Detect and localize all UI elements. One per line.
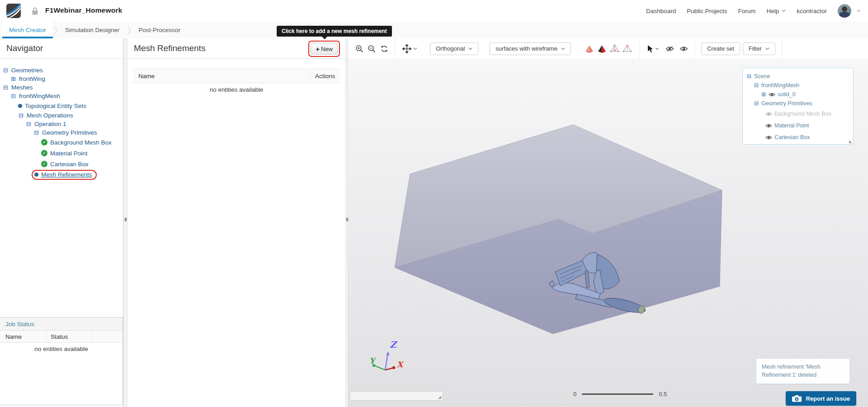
viewport: Orthogonal surfaces with wireframe — [348, 38, 868, 407]
show-selection-icon[interactable] — [679, 46, 688, 52]
navigator-item-meshes[interactable]: ⊟Meshes — [0, 83, 123, 92]
resize-handle-icon[interactable]: ◢ — [849, 139, 852, 144]
collapse-icon[interactable]: ⊟ — [10, 93, 16, 99]
navigator-item-material-point[interactable]: ✓Material Point — [0, 148, 123, 159]
nav-public-projects[interactable]: Public Projects — [687, 8, 727, 14]
job-status-panel: Job Status Name Status no entities avail… — [0, 317, 123, 405]
collapse-icon[interactable]: ⊟ — [754, 83, 759, 88]
scene-item-cartesian-box[interactable]: Cartesian Box — [745, 131, 850, 143]
navigator-item-label: Geometries — [11, 67, 43, 74]
navigator-item-label: Topological Entity Sets — [25, 103, 86, 109]
navigator-item-label: Operation 1 — [34, 121, 66, 127]
top-navigation: Dashboard Public Projects Forum Help kco… — [646, 0, 861, 22]
expand-icon[interactable]: ⊞ — [761, 92, 766, 97]
scene-item-frontwingmesh[interactable]: ⊟frontWingMesh — [745, 81, 850, 90]
eye-icon — [769, 92, 775, 97]
mesh-wireframe-node-icon[interactable] — [623, 44, 632, 53]
viewport-canvas[interactable]: Z Y X ⊟Scene⊟frontWingMesh⊞solid_0⊟Geome… — [348, 59, 868, 407]
axis-triad: Z Y X — [369, 339, 404, 370]
select-cursor-icon[interactable] — [647, 45, 653, 53]
navigator-item-label: Background Mesh Box — [50, 139, 112, 146]
collapse-icon[interactable]: ⊟ — [3, 67, 9, 73]
visibility-eye-icon[interactable] — [769, 92, 775, 97]
scene-item-label: Geometry Primitives — [761, 100, 812, 107]
refresh-icon[interactable] — [380, 45, 388, 53]
background-mesh-box[interactable] — [395, 125, 722, 334]
navigator-item-background-mesh-box[interactable]: ✓Background Mesh Box — [0, 137, 123, 148]
collapse-icon[interactable]: ⊟ — [754, 101, 759, 106]
collapse-icon[interactable]: ⊟ — [33, 130, 39, 136]
splitter-navigator[interactable]: ‖ — [123, 38, 127, 407]
navigator-item-geometries[interactable]: ⊟Geometries — [0, 66, 123, 75]
navigator-item-operation-1[interactable]: ⊟Operation 1 — [0, 120, 123, 128]
axis-z-label: Z — [390, 339, 398, 350]
create-set-button[interactable]: Create set — [701, 42, 740, 55]
tab-separator-icon — [127, 22, 132, 38]
new-button-highlight-ring: + New — [308, 41, 340, 57]
scene-item-background-mesh-box[interactable]: Background Mesh Box — [745, 108, 850, 120]
render-mode-dropdown[interactable]: surfaces with wireframe — [490, 42, 571, 55]
visibility-eye-icon[interactable] — [765, 123, 772, 128]
scale-line — [582, 393, 653, 395]
pan-options-chevron-icon[interactable] — [413, 47, 417, 50]
scene-item-solid-0[interactable]: ⊞solid_0 — [745, 90, 850, 99]
navigator-item-cartesian-box[interactable]: ✓Cartesian Box — [0, 159, 123, 169]
report-issue-button[interactable]: Report an issue — [786, 391, 856, 406]
zoom-in-icon[interactable] — [355, 45, 363, 53]
user-avatar[interactable] — [838, 4, 851, 18]
chevron-down-icon — [765, 47, 769, 50]
collapse-icon[interactable]: ⊟ — [3, 84, 9, 90]
collapse-icon[interactable]: ⊟ — [746, 74, 752, 79]
project-title: F1Webinar_Homework — [45, 6, 122, 14]
pan-move-icon[interactable] — [402, 44, 411, 53]
splitter-grip-icon: ‖ — [124, 217, 127, 222]
navigator-item-label: Geometry Primitives — [42, 129, 97, 136]
mesh-quality-clip-icon[interactable] — [597, 44, 607, 53]
navigator-item-mesh-operations[interactable]: ⊟Mesh Operations — [0, 111, 123, 120]
job-status-header-row: Name Status — [0, 331, 123, 343]
filter-dropdown[interactable]: Filter — [743, 42, 775, 55]
hide-selection-icon[interactable] — [665, 46, 674, 52]
navigator-item-geometry-primitives[interactable]: ⊟Geometry Primitives — [0, 128, 123, 137]
chevron-down-icon — [561, 47, 565, 50]
username-label[interactable]: kcontractor — [797, 8, 827, 14]
tab-simulation-designer[interactable]: Simulation Designer — [58, 22, 127, 38]
nav-forum[interactable]: Forum — [738, 8, 755, 14]
nav-dashboard[interactable]: Dashboard — [646, 8, 676, 14]
scene-item-material-point[interactable]: Material Point — [745, 120, 850, 131]
navigator-item-label: Mesh Refinements — [41, 171, 92, 178]
mesh-wireframe-face-icon[interactable] — [610, 44, 619, 53]
mesh-refinements-panel: Mesh Refinements + New Name Actions no e… — [127, 38, 345, 407]
axis-y-label: Y — [369, 356, 377, 365]
simscale-logo-icon[interactable] — [6, 4, 21, 18]
select-options-chevron-icon[interactable] — [655, 47, 659, 50]
refinements-table-header: Name Actions — [133, 69, 340, 83]
projection-dropdown[interactable]: Orthogonal — [430, 42, 478, 55]
visibility-eye-icon[interactable] — [765, 135, 772, 140]
tab-post-processor[interactable]: Post-Processor — [132, 22, 187, 38]
navigator-item-label: Material Point — [50, 150, 88, 157]
tab-mesh-creator[interactable]: Mesh Creator — [2, 22, 53, 38]
scale-max-label: 0.5 — [659, 391, 667, 398]
new-refinement-button[interactable]: + New — [311, 43, 338, 55]
collapsed-log-bar[interactable]: ◢ — [350, 391, 443, 401]
eye-icon — [765, 135, 772, 140]
mesh-quality-solid-icon[interactable] — [585, 44, 594, 53]
zoom-out-icon[interactable] — [368, 45, 376, 53]
collapse-icon[interactable]: ⊟ — [26, 121, 32, 127]
navigator-item-frontwing[interactable]: ⊞frontWing — [0, 75, 123, 83]
expand-icon[interactable]: ⊞ — [10, 76, 16, 82]
account-chevron-down-icon[interactable] — [857, 9, 861, 12]
selected-item-highlight: Mesh Refinements — [32, 170, 97, 180]
navigator-item-mesh-refinements[interactable]: Mesh Refinements — [0, 169, 123, 180]
nav-help-menu[interactable]: Help — [766, 8, 786, 14]
navigator-item-frontwingmesh[interactable]: ⊟frontWingMesh — [0, 92, 123, 100]
scale-min-label: 0 — [573, 391, 576, 398]
collapse-icon[interactable]: ⊟ — [18, 112, 24, 118]
navigator-title: Navigator — [0, 38, 123, 59]
visibility-eye-icon[interactable] — [765, 112, 772, 117]
navigator-item-topological-entity-sets[interactable]: Topological Entity Sets — [0, 100, 123, 111]
scene-item-geometry-primitives[interactable]: ⊟Geometry Primitives — [745, 99, 850, 108]
scene-item-scene[interactable]: ⊟Scene — [745, 72, 850, 81]
chevron-down-icon — [468, 47, 472, 50]
